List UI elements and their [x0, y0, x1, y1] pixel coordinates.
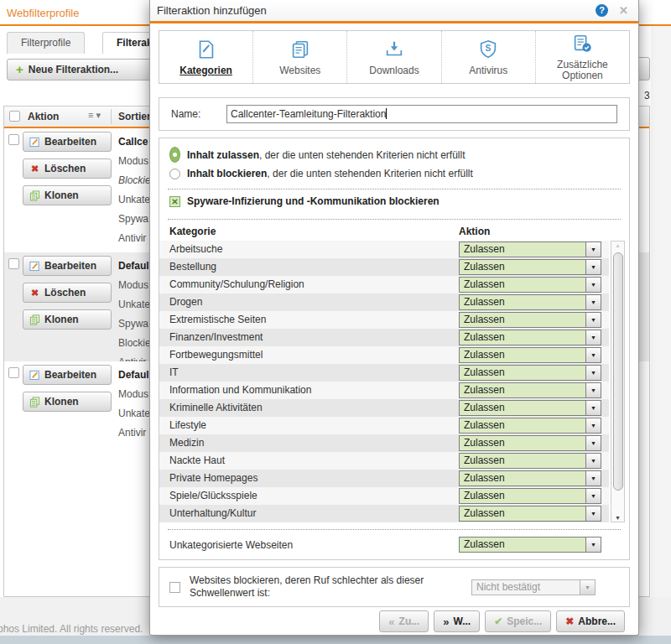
dropdown-arrow-icon[interactable]: ▼	[585, 313, 601, 327]
row-edit-button[interactable]: Bearbeiten	[23, 365, 112, 385]
dialog-titlebar: Filteraktion hinzufügen ? ✕	[150, 0, 638, 23]
select-all-checkbox[interactable]	[9, 111, 20, 122]
category-label: Drogen	[169, 293, 202, 311]
dropdown-arrow-icon[interactable]: ▼	[585, 348, 601, 362]
row-detail: Blockie	[118, 171, 151, 190]
category-label: Extremistische Seiten	[169, 311, 266, 329]
scroll-down-icon[interactable]: ▼	[611, 515, 624, 521]
radio-block-content[interactable]: Inhalt blockieren, der die unten stehend…	[169, 168, 473, 179]
dropdown-arrow-icon[interactable]: ▼	[585, 471, 601, 486]
spyware-checkbox-row[interactable]: ✕ Spyware-Infizierung und -Kommunikation…	[169, 195, 440, 207]
category-action-value: Zulassen	[460, 260, 585, 274]
step-websites[interactable]: Websites	[252, 31, 346, 83]
category-action-select[interactable]: Zulassen▼	[459, 259, 601, 275]
category-action-select[interactable]: Zulassen▼	[459, 347, 601, 363]
dropdown-arrow-icon[interactable]: ▼	[585, 418, 601, 433]
close-icon[interactable]: ✕	[619, 0, 628, 21]
row-delete-button[interactable]: ✖Löschen	[23, 283, 112, 303]
step-additional-options[interactable]: Zusätzliche Optionen	[535, 31, 629, 83]
category-action-select[interactable]: Zulassen▼	[459, 435, 601, 451]
row-detail: Modus	[118, 276, 151, 295]
category-action-select[interactable]: Zulassen▼	[459, 382, 601, 398]
downloads-icon	[383, 39, 405, 63]
category-action-select[interactable]: Zulassen▼	[459, 488, 601, 504]
category-action-select[interactable]: Zulassen▼	[459, 506, 601, 522]
category-action-value: Zulassen	[460, 242, 585, 257]
row-edit-button[interactable]: Bearbeiten	[23, 256, 112, 276]
dropdown-arrow-icon[interactable]: ▼	[585, 489, 601, 503]
category-row: ITZulassen▼	[159, 364, 609, 382]
category-action-select[interactable]: Zulassen▼	[459, 418, 601, 434]
category-column-header: Kategorie	[169, 226, 216, 237]
help-icon[interactable]: ?	[596, 4, 608, 17]
dropdown-arrow-icon[interactable]: ▼	[585, 295, 601, 309]
step-antivirus[interactable]: S Antivirus	[441, 31, 535, 83]
row-clone-button[interactable]: Klonen	[23, 392, 112, 412]
scroll-up-icon[interactable]: ▲	[611, 242, 624, 248]
category-action-select[interactable]: Zulassen▼	[459, 400, 601, 416]
dropdown-arrow-icon[interactable]: ▼	[585, 330, 601, 345]
next-button[interactable]: »W...	[434, 610, 480, 632]
save-label: Speic...	[507, 615, 542, 627]
radio-allow-content[interactable]: Inhalt zulassen, der die unten stehenden…	[169, 147, 466, 163]
category-action-select[interactable]: Zulassen▼	[459, 365, 601, 381]
dropdown-arrow-icon[interactable]: ▼	[585, 366, 601, 380]
row-detail: Blockie	[118, 334, 151, 353]
dropdown-arrow-icon[interactable]: ▼	[585, 278, 601, 292]
category-action-select[interactable]: Zulassen▼	[459, 294, 601, 310]
edit-icon	[29, 261, 40, 272]
row-button-label: Löschen	[44, 163, 86, 174]
row-detail: Modus	[118, 385, 150, 404]
column-menu-icon[interactable]: ≡ ▾	[88, 110, 101, 121]
reputation-checkbox[interactable]	[169, 582, 180, 593]
row-checkbox[interactable]	[8, 134, 19, 145]
dropdown-arrow-icon[interactable]: ▼	[585, 436, 601, 450]
cancel-button[interactable]: ✖Abbre...	[556, 610, 625, 632]
tab-label: Filterprofile	[21, 37, 70, 49]
category-row: Private HomepagesZulassen▼	[159, 470, 609, 487]
clone-icon	[29, 190, 40, 201]
category-action-select[interactable]: Zulassen▼	[459, 470, 601, 486]
checked-checkbox-icon[interactable]: ✕	[169, 196, 180, 207]
row-details: CallceModusBlockieUnkateSpywaAntivir	[118, 132, 151, 248]
row-clone-button[interactable]: Klonen	[23, 309, 112, 330]
category-action-value: Zulassen	[460, 489, 585, 503]
step-label: Zusätzliche Optionen	[536, 60, 629, 81]
row-checkbox[interactable]	[8, 367, 19, 378]
category-label: Private Homepages	[169, 470, 257, 487]
step-downloads[interactable]: Downloads	[346, 31, 440, 83]
dropdown-arrow-icon[interactable]: ▼	[585, 506, 601, 521]
name-input[interactable]: Callcenter-Teamleitung-Filteraktion	[226, 105, 617, 123]
category-label: Lifestyle	[169, 417, 206, 434]
dropdown-arrow-icon[interactable]: ▼	[585, 401, 601, 415]
row-clone-button[interactable]: Klonen	[23, 185, 112, 205]
row-edit-button[interactable]: Bearbeiten	[23, 132, 112, 152]
category-action-value: Zulassen	[460, 383, 585, 397]
scrollbar[interactable]: ▲ ▼	[611, 241, 625, 522]
category-action-select[interactable]: Zulassen▼	[459, 277, 601, 293]
edit-icon	[29, 370, 40, 381]
radio-selected-icon[interactable]	[169, 147, 180, 163]
scrollbar-thumb[interactable]	[613, 252, 623, 491]
category-action-select[interactable]: Zulassen▼	[459, 453, 601, 469]
row-button-label: Klonen	[44, 190, 79, 201]
row-checkbox[interactable]	[8, 258, 19, 269]
category-action-select[interactable]: Zulassen▼	[459, 312, 601, 328]
category-action-select[interactable]: Zulassen▼	[459, 330, 601, 345]
row-detail: Spywa	[118, 210, 151, 229]
category-action-value: Zulassen	[460, 348, 585, 362]
row-button-label: Klonen	[44, 314, 79, 325]
dropdown-arrow-icon[interactable]: ▼	[585, 260, 601, 274]
category-row: FortbewegungsmittelZulassen▼	[159, 346, 609, 364]
dropdown-arrow-icon[interactable]: ▼	[585, 538, 601, 552]
radio-unselected-icon[interactable]	[169, 169, 180, 179]
dropdown-arrow-icon[interactable]: ▼	[585, 242, 601, 257]
category-action-select[interactable]: Zulassen▼	[459, 242, 601, 257]
dropdown-arrow-icon[interactable]: ▼	[585, 383, 601, 397]
footer-bar	[0, 636, 671, 644]
row-delete-button[interactable]: ✖Löschen	[23, 158, 112, 179]
uncategorized-select[interactable]: Zulassen ▼	[459, 537, 601, 553]
tab-filterprofile[interactable]: Filterprofile	[7, 32, 85, 54]
step-kategorien[interactable]: Kategorien	[159, 31, 252, 83]
dropdown-arrow-icon[interactable]: ▼	[585, 454, 601, 468]
